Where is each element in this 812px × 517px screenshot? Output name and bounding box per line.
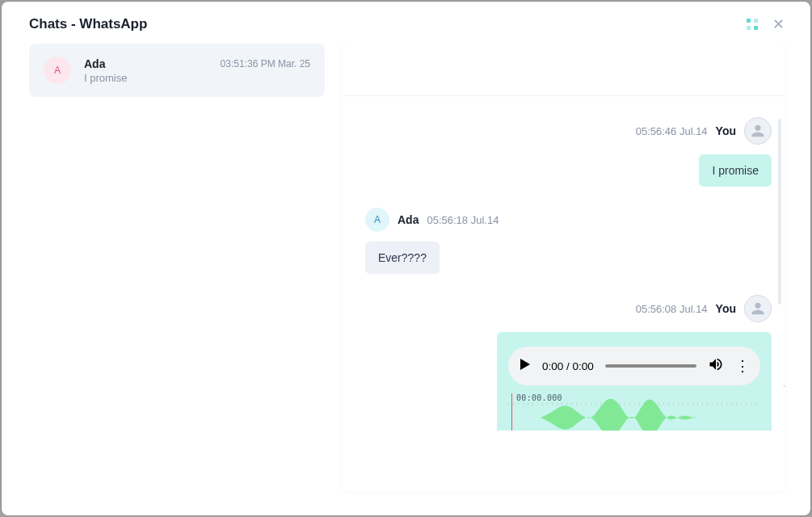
waveform-svg — [541, 397, 751, 431]
audio-progress[interactable] — [605, 364, 696, 368]
download-icon[interactable] — [781, 374, 785, 392]
chat-item-time: 03:51:36 PM Mar. 25 — [221, 58, 310, 69]
message-header: 05:56:08 Jul.14 You — [365, 295, 772, 322]
chat-item-name: Ada — [84, 57, 208, 70]
message-sender: You — [716, 124, 736, 137]
message-row: 0:00 / 0:00 ⋮ — [365, 332, 772, 431]
audio-message: 0:00 / 0:00 ⋮ — [497, 332, 772, 431]
window-header: Chats - WhatsApp ✕ — [2, 2, 810, 44]
avatar: A — [365, 208, 389, 232]
more-icon[interactable]: ⋮ — [735, 359, 749, 373]
message-block: 05:56:08 Jul.14 You 0:00 / 0 — [365, 295, 772, 431]
message-time: 05:56:46 Jul.14 — [636, 125, 708, 137]
conversation-panel: 05:56:46 Jul.14 You I promise A Ada — [343, 44, 785, 491]
scrollbar[interactable] — [778, 119, 781, 305]
header-actions: ✕ — [747, 17, 785, 32]
chat-item-content: Ada I promise — [84, 57, 208, 84]
play-icon[interactable] — [520, 359, 531, 373]
window-body: A Ada I promise 03:51:36 PM Mar. 25 05:5… — [2, 44, 810, 515]
chat-window: Chats - WhatsApp ✕ A Ada I promise 03:51… — [2, 2, 810, 515]
message-list[interactable]: 05:56:46 Jul.14 You I promise A Ada — [343, 96, 785, 491]
waveform[interactable]: 00:00.000 — [508, 393, 760, 431]
audio-time: 0:00 / 0:00 — [542, 360, 594, 372]
conversation-header — [343, 44, 785, 96]
playhead — [511, 393, 512, 431]
chat-list-sidebar: A Ada I promise 03:51:36 PM Mar. 25 — [29, 44, 325, 491]
message-block: 05:56:46 Jul.14 You I promise — [365, 117, 772, 187]
user-avatar-icon — [744, 295, 772, 322]
volume-icon[interactable] — [708, 356, 724, 376]
message-sender: You — [716, 302, 736, 315]
chat-item-preview: I promise — [84, 72, 208, 84]
audio-player: 0:00 / 0:00 ⋮ — [508, 347, 760, 385]
message-header: A Ada 05:56:18 Jul.14 — [365, 208, 772, 232]
user-avatar-icon — [744, 117, 772, 145]
close-icon[interactable]: ✕ — [772, 17, 785, 32]
message-sender: Ada — [398, 213, 419, 226]
message-row: I promise — [365, 154, 772, 187]
expand-icon[interactable] — [747, 19, 758, 30]
message-bubble: I promise — [699, 154, 772, 187]
message-row: Ever???? — [365, 242, 772, 274]
avatar: A — [44, 57, 71, 84]
message-time: 05:56:18 Jul.14 — [427, 214, 499, 226]
chat-list-item[interactable]: A Ada I promise 03:51:36 PM Mar. 25 — [29, 44, 325, 97]
message-bubble: Ever???? — [365, 242, 440, 274]
message-header: 05:56:46 Jul.14 You — [365, 117, 772, 145]
message-block: A Ada 05:56:18 Jul.14 Ever???? — [365, 208, 772, 274]
message-time: 05:56:08 Jul.14 — [636, 303, 708, 315]
window-title: Chats - WhatsApp — [29, 16, 147, 32]
